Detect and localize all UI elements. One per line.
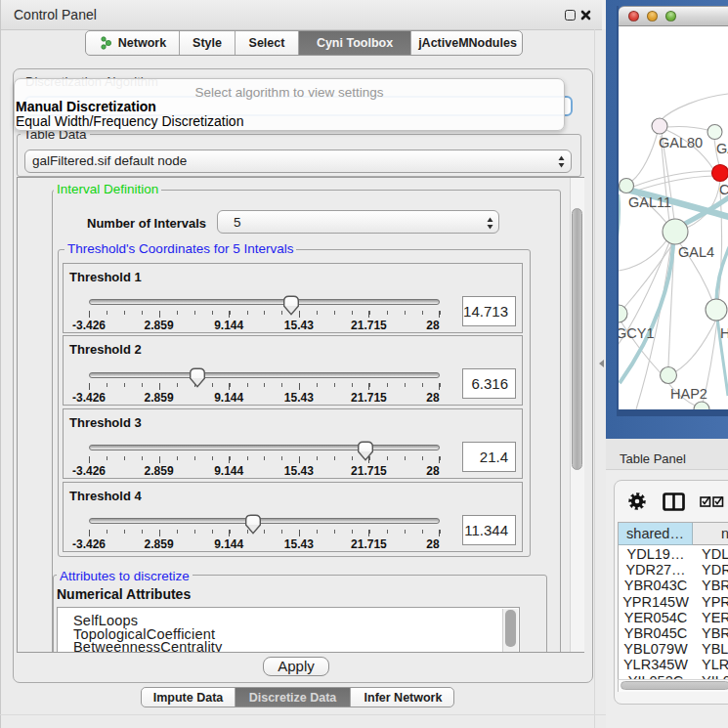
svg-text:GAL4: GAL4 — [678, 244, 714, 260]
svg-text:HAP2: HAP2 — [670, 386, 707, 402]
svg-text:GA: GA — [716, 141, 728, 156]
svg-text:GCY1: GCY1 — [619, 325, 655, 341]
svg-text:GAL80: GAL80 — [659, 135, 703, 150]
svg-text:GAL11: GAL11 — [628, 194, 671, 210]
svg-text:H: H — [720, 325, 728, 341]
svg-text:CD: CD — [719, 182, 728, 197]
